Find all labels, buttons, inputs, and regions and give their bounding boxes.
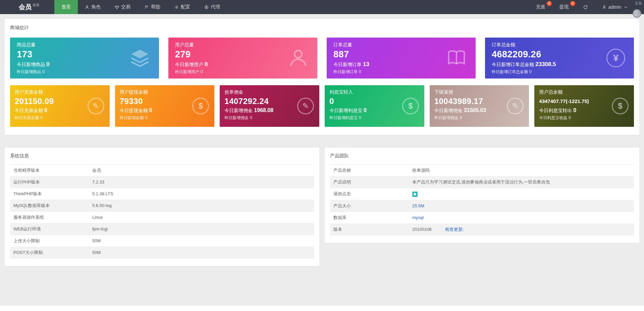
table-row: 运行PHP版本7.2.33 xyxy=(10,176,314,188)
stat-yest-value: 0 xyxy=(250,115,252,120)
mall-stats-title: 商城统计 xyxy=(10,25,634,31)
stat-today-label: 今日新增用户 xyxy=(175,62,203,67)
stat-today-label: 今日新增佣金 xyxy=(434,108,463,113)
row-label: MySQL数据库版本 xyxy=(10,200,89,212)
nav-item-roles[interactable]: 角色 xyxy=(78,0,108,14)
nav-item-home[interactable]: 首页 xyxy=(54,0,78,14)
corner-text: 正在 xyxy=(635,1,642,6)
stat-yest-label: 昨日提现金额 xyxy=(120,115,144,120)
nav-label: 配置 xyxy=(181,4,190,10)
stat-today-label: 今日充值金额 xyxy=(15,108,43,113)
stat-today-value: 31505.03 xyxy=(464,107,486,113)
database-link[interactable]: mysql xyxy=(412,215,424,220)
nav-item-agent[interactable]: 代理 xyxy=(197,0,227,14)
row-value: 5.6.50-log xyxy=(89,200,314,212)
table-row: ThinkPHP版本5.1.38 LTS xyxy=(10,188,314,200)
table-row: WEB运行环境fpm-fcgi xyxy=(10,223,314,235)
row-label: 请勿点击 xyxy=(330,188,409,200)
pen-icon: ✎ xyxy=(297,98,314,114)
system-info-table: 当前程序版本会员 运行PHP版本7.2.33 ThinkPHP版本5.1.38 … xyxy=(10,164,314,259)
stat-title: 抢单佣金 xyxy=(224,89,315,95)
stats-row-2: 用户充值金额 201150.09 今日充值金额0 昨日充值金额0 ✎ 用户提现金… xyxy=(10,85,634,127)
withdraw-button[interactable]: 提现 0 xyxy=(552,0,576,14)
stat-yest-value: 0 xyxy=(42,69,45,74)
stat-yesterday: 今日利息宝收益0 xyxy=(539,115,629,121)
circle-dollar-icon xyxy=(204,5,209,9)
chevron-down-icon xyxy=(624,5,628,9)
row-value: 会员 xyxy=(89,165,314,176)
tile-user-balance: 用户总余额 4347407.77(-1221.75) 今日利息宝转出0 今日利息… xyxy=(534,85,634,127)
stat-yesterday: 昨日新增商品0 xyxy=(17,69,152,75)
stat-yest-label: 昨日充值金额 xyxy=(15,115,39,120)
app-logo[interactable]: 会员会员 xyxy=(0,0,54,14)
stat-yest-value: 0 xyxy=(359,69,361,74)
stat-today-value: 13 xyxy=(363,61,369,67)
stat-yest-label: 昨日新增订单总金额 xyxy=(492,69,528,74)
stat-today-value: 0 xyxy=(44,107,47,113)
table-row: 产品大小 25.5M xyxy=(330,200,634,212)
stat-yesterday: 昨日新增利息宝0 xyxy=(329,115,420,121)
system-info-title: 系统信息 xyxy=(10,153,314,159)
stat-today-label: 今日新增订单总金额 xyxy=(492,62,534,67)
stat-today-label: 今日提现金额 xyxy=(120,108,148,113)
product-team-title: 产品团队 xyxy=(330,153,634,159)
recharge-button[interactable]: 充值 0 xyxy=(529,0,552,14)
tile-order-commission: 抢单佣金 1407292.24 今日新增佣金1968.08 昨日新增佣金0 ✎ xyxy=(220,85,319,127)
row-value: fpm-fcgi xyxy=(89,223,314,235)
nav-item-help[interactable]: 帮助 xyxy=(138,0,167,14)
nav-label: 帮助 xyxy=(151,4,160,10)
info-cards-row: 系统信息 当前程序版本会员 运行PHP版本7.2.33 ThinkPHP版本5.… xyxy=(5,148,639,266)
stat-today-label: 今日新增佣金 xyxy=(224,108,253,113)
row-label: 版本 xyxy=(330,223,409,235)
stat-title: 订单总金额 xyxy=(492,42,627,48)
user-icon xyxy=(288,47,309,69)
product-name-value: 抢单源码 xyxy=(409,165,634,176)
product-size-link[interactable]: 25.5M xyxy=(412,203,424,208)
yen-icon: ¥ xyxy=(606,49,625,67)
top-navbar: 会员会员 首页 角色 交易 帮助 配置 代理 充值 0 xyxy=(0,0,644,14)
row-label: 数据库 xyxy=(330,212,409,223)
nav-label: 代理 xyxy=(211,4,220,10)
nav-item-trade[interactable]: 交易 xyxy=(108,0,138,14)
dollar-icon: $ xyxy=(402,98,419,114)
row-value: 50M xyxy=(89,235,314,247)
book-icon xyxy=(446,47,467,69)
logo-text: 会员 xyxy=(19,3,32,11)
table-row: 数据库 mysql xyxy=(330,212,634,223)
row-label: 当前程序版本 xyxy=(10,165,89,176)
refresh-button[interactable] xyxy=(576,0,595,14)
stat-yest-value: 0 xyxy=(569,115,571,120)
tile-orders-total: 订单总量 887 今日新增订单13 昨日新增订单0 xyxy=(327,38,476,79)
floating-badge-icon[interactable] xyxy=(633,9,641,18)
stat-today-value: 23308.5 xyxy=(535,61,556,67)
user-icon xyxy=(85,5,89,9)
do-not-click-icon[interactable] xyxy=(412,192,418,197)
stat-yest-label: 今日利息宝收益 xyxy=(539,115,567,120)
row-label: 产品大小 xyxy=(330,200,409,212)
row-value: 5.1.38 LTS xyxy=(89,188,314,200)
main-content: 商城统计 商品总量 173 今日新增商品0 昨日新增商品0 用户总量 279 今… xyxy=(0,14,644,266)
check-update-link[interactable]: 检查更新; xyxy=(445,227,464,232)
user-menu[interactable]: admin xyxy=(595,0,635,14)
stat-yest-label: 昨日新增利息宝 xyxy=(329,115,358,120)
row-label: 运行PHP版本 xyxy=(10,176,89,188)
table-row: 版本 20100106检查更新; xyxy=(330,223,634,235)
stat-today-value: 0 xyxy=(573,107,576,113)
layers-icon xyxy=(129,47,150,69)
table-row: POST大小限制50M xyxy=(10,247,314,259)
tile-users-total: 用户总量 279 今日新增用户0 昨日新增用户0 xyxy=(168,38,317,79)
stat-title: 用户总余额 xyxy=(539,89,629,95)
product-team-card: 产品团队 产品名称 抢单源码 产品说明 本产品只为学习测试交流,请勿要做商业或者… xyxy=(325,148,639,243)
table-row: 服务器操作系统Linux xyxy=(10,212,314,223)
table-row: 产品说明 本产品只为学习测试交流,请勿要做商业或者用于违法行为,一切后果自负 xyxy=(330,176,634,188)
stat-title: 下级返佣 xyxy=(434,89,525,95)
username: admin xyxy=(608,4,621,10)
stat-title: 利息宝转入 xyxy=(329,89,420,95)
tile-user-recharge: 用户充值金额 201150.09 今日充值金额0 昨日充值金额0 ✎ xyxy=(10,85,110,127)
withdraw-label: 提现 xyxy=(559,4,569,10)
row-label: 上传大小限制 xyxy=(10,235,89,247)
stats-row-1: 商品总量 173 今日新增商品0 昨日新增商品0 用户总量 279 今日新增用户… xyxy=(10,38,634,79)
nav-item-config[interactable]: 配置 xyxy=(167,0,197,14)
row-label: POST大小限制 xyxy=(10,247,89,259)
version-value: 20100106 xyxy=(412,227,432,232)
